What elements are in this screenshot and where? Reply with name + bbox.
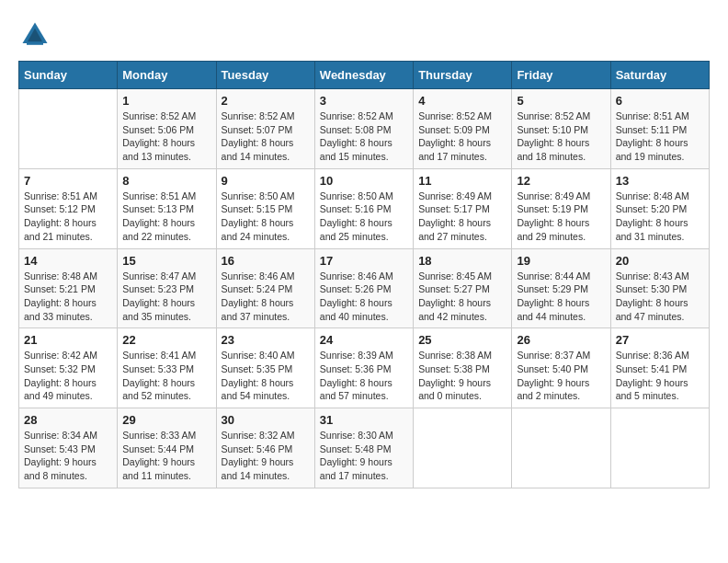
day-cell: 20 Sunrise: 8:43 AMSunset: 5:30 PMDaylig… bbox=[610, 248, 709, 328]
day-number: 3 bbox=[320, 94, 408, 108]
day-info: Sunrise: 8:30 AMSunset: 5:48 PMDaylight:… bbox=[320, 429, 408, 483]
day-info: Sunrise: 8:48 AMSunset: 5:21 PMDaylight:… bbox=[24, 270, 112, 324]
day-info: Sunrise: 8:46 AMSunset: 5:24 PMDaylight:… bbox=[222, 270, 310, 324]
day-number: 20 bbox=[616, 254, 704, 268]
logo bbox=[18, 18, 57, 52]
day-number: 15 bbox=[122, 254, 210, 268]
logo-icon bbox=[18, 18, 51, 52]
day-cell: 23 Sunrise: 8:40 AMSunset: 5:35 PMDaylig… bbox=[216, 328, 314, 408]
day-info: Sunrise: 8:52 AMSunset: 5:09 PMDaylight:… bbox=[418, 109, 506, 164]
day-info: Sunrise: 8:50 AMSunset: 5:15 PMDaylight:… bbox=[222, 190, 310, 244]
day-number: 24 bbox=[320, 333, 408, 347]
day-cell bbox=[19, 89, 118, 169]
header-wednesday: Wednesday bbox=[314, 62, 413, 89]
day-number: 26 bbox=[517, 333, 605, 347]
day-cell: 17 Sunrise: 8:46 AMSunset: 5:26 PMDaylig… bbox=[314, 248, 413, 328]
svg-rect-2 bbox=[27, 41, 43, 45]
day-info: Sunrise: 8:51 AMSunset: 5:12 PMDaylight:… bbox=[24, 190, 112, 244]
week-row-3: 14 Sunrise: 8:48 AMSunset: 5:21 PMDaylig… bbox=[19, 248, 710, 328]
header-sunday: Sunday bbox=[19, 62, 118, 89]
day-number: 12 bbox=[517, 174, 605, 188]
day-number: 19 bbox=[517, 254, 605, 268]
day-number: 16 bbox=[222, 254, 310, 268]
header-row: SundayMondayTuesdayWednesdayThursdayFrid… bbox=[19, 62, 710, 89]
header-saturday: Saturday bbox=[610, 62, 709, 89]
day-number: 10 bbox=[320, 174, 408, 188]
week-row-4: 21 Sunrise: 8:42 AMSunset: 5:32 PMDaylig… bbox=[19, 328, 710, 408]
day-cell: 24 Sunrise: 8:39 AMSunset: 5:36 PMDaylig… bbox=[314, 328, 413, 408]
day-number: 27 bbox=[616, 333, 704, 347]
day-cell: 9 Sunrise: 8:50 AMSunset: 5:15 PMDayligh… bbox=[216, 168, 314, 248]
header-tuesday: Tuesday bbox=[216, 62, 314, 89]
calendar-table: SundayMondayTuesdayWednesdayThursdayFrid… bbox=[18, 61, 710, 488]
day-info: Sunrise: 8:48 AMSunset: 5:20 PMDaylight:… bbox=[616, 190, 704, 244]
day-number: 30 bbox=[222, 413, 310, 427]
day-cell: 21 Sunrise: 8:42 AMSunset: 5:32 PMDaylig… bbox=[19, 328, 118, 408]
day-info: Sunrise: 8:52 AMSunset: 5:08 PMDaylight:… bbox=[320, 109, 408, 164]
day-info: Sunrise: 8:33 AMSunset: 5:44 PMDaylight:… bbox=[122, 429, 210, 483]
day-info: Sunrise: 8:45 AMSunset: 5:27 PMDaylight:… bbox=[418, 270, 506, 324]
day-number: 8 bbox=[122, 174, 210, 188]
day-number: 25 bbox=[418, 333, 506, 347]
day-number: 14 bbox=[24, 254, 112, 268]
day-info: Sunrise: 8:51 AMSunset: 5:11 PMDaylight:… bbox=[616, 109, 704, 164]
day-cell: 16 Sunrise: 8:46 AMSunset: 5:24 PMDaylig… bbox=[216, 248, 314, 328]
day-cell: 15 Sunrise: 8:47 AMSunset: 5:23 PMDaylig… bbox=[118, 248, 216, 328]
day-cell: 1 Sunrise: 8:52 AMSunset: 5:06 PMDayligh… bbox=[118, 89, 216, 169]
day-number: 28 bbox=[24, 413, 112, 427]
day-number: 29 bbox=[122, 413, 210, 427]
day-info: Sunrise: 8:49 AMSunset: 5:17 PMDaylight:… bbox=[418, 190, 506, 244]
day-number: 22 bbox=[122, 333, 210, 347]
day-cell: 31 Sunrise: 8:30 AMSunset: 5:48 PMDaylig… bbox=[314, 408, 413, 488]
day-cell: 27 Sunrise: 8:36 AMSunset: 5:41 PMDaylig… bbox=[610, 328, 709, 408]
day-info: Sunrise: 8:52 AMSunset: 5:07 PMDaylight:… bbox=[222, 109, 310, 164]
day-number: 6 bbox=[616, 94, 704, 108]
day-number: 9 bbox=[222, 174, 310, 188]
page-header bbox=[18, 18, 710, 52]
day-cell: 6 Sunrise: 8:51 AMSunset: 5:11 PMDayligh… bbox=[610, 89, 709, 169]
day-cell: 2 Sunrise: 8:52 AMSunset: 5:07 PMDayligh… bbox=[216, 89, 314, 169]
day-info: Sunrise: 8:46 AMSunset: 5:26 PMDaylight:… bbox=[320, 270, 408, 324]
day-info: Sunrise: 8:49 AMSunset: 5:19 PMDaylight:… bbox=[517, 190, 605, 244]
day-cell: 3 Sunrise: 8:52 AMSunset: 5:08 PMDayligh… bbox=[314, 89, 413, 169]
day-cell: 29 Sunrise: 8:33 AMSunset: 5:44 PMDaylig… bbox=[118, 408, 216, 488]
day-info: Sunrise: 8:41 AMSunset: 5:33 PMDaylight:… bbox=[122, 349, 210, 403]
week-row-1: 1 Sunrise: 8:52 AMSunset: 5:06 PMDayligh… bbox=[19, 89, 710, 169]
day-cell bbox=[610, 408, 709, 488]
day-info: Sunrise: 8:44 AMSunset: 5:29 PMDaylight:… bbox=[517, 270, 605, 324]
day-info: Sunrise: 8:34 AMSunset: 5:43 PMDaylight:… bbox=[24, 429, 112, 483]
day-number: 18 bbox=[418, 254, 506, 268]
day-cell: 13 Sunrise: 8:48 AMSunset: 5:20 PMDaylig… bbox=[610, 168, 709, 248]
day-number: 11 bbox=[418, 174, 506, 188]
day-number: 2 bbox=[222, 94, 310, 108]
day-cell: 8 Sunrise: 8:51 AMSunset: 5:13 PMDayligh… bbox=[118, 168, 216, 248]
day-number: 17 bbox=[320, 254, 408, 268]
week-row-2: 7 Sunrise: 8:51 AMSunset: 5:12 PMDayligh… bbox=[19, 168, 710, 248]
day-number: 13 bbox=[616, 174, 704, 188]
day-cell: 22 Sunrise: 8:41 AMSunset: 5:33 PMDaylig… bbox=[118, 328, 216, 408]
day-info: Sunrise: 8:36 AMSunset: 5:41 PMDaylight:… bbox=[616, 349, 704, 403]
day-number: 31 bbox=[320, 413, 408, 427]
day-cell: 28 Sunrise: 8:34 AMSunset: 5:43 PMDaylig… bbox=[19, 408, 118, 488]
day-cell: 7 Sunrise: 8:51 AMSunset: 5:12 PMDayligh… bbox=[19, 168, 118, 248]
day-info: Sunrise: 8:32 AMSunset: 5:46 PMDaylight:… bbox=[222, 429, 310, 483]
day-number: 7 bbox=[24, 174, 112, 188]
day-info: Sunrise: 8:40 AMSunset: 5:35 PMDaylight:… bbox=[222, 349, 310, 403]
day-number: 1 bbox=[122, 94, 210, 108]
day-info: Sunrise: 8:52 AMSunset: 5:10 PMDaylight:… bbox=[517, 109, 605, 164]
day-number: 4 bbox=[418, 94, 506, 108]
day-cell: 30 Sunrise: 8:32 AMSunset: 5:46 PMDaylig… bbox=[216, 408, 314, 488]
day-cell: 26 Sunrise: 8:37 AMSunset: 5:40 PMDaylig… bbox=[512, 328, 610, 408]
day-cell: 19 Sunrise: 8:44 AMSunset: 5:29 PMDaylig… bbox=[512, 248, 610, 328]
day-info: Sunrise: 8:52 AMSunset: 5:06 PMDaylight:… bbox=[122, 109, 210, 164]
day-cell: 4 Sunrise: 8:52 AMSunset: 5:09 PMDayligh… bbox=[414, 89, 512, 169]
day-cell: 14 Sunrise: 8:48 AMSunset: 5:21 PMDaylig… bbox=[19, 248, 118, 328]
day-number: 23 bbox=[222, 333, 310, 347]
day-info: Sunrise: 8:43 AMSunset: 5:30 PMDaylight:… bbox=[616, 270, 704, 324]
day-cell: 25 Sunrise: 8:38 AMSunset: 5:38 PMDaylig… bbox=[414, 328, 512, 408]
day-number: 5 bbox=[517, 94, 605, 108]
day-cell bbox=[414, 408, 512, 488]
header-monday: Monday bbox=[118, 62, 216, 89]
day-info: Sunrise: 8:51 AMSunset: 5:13 PMDaylight:… bbox=[122, 190, 210, 244]
day-cell: 12 Sunrise: 8:49 AMSunset: 5:19 PMDaylig… bbox=[512, 168, 610, 248]
